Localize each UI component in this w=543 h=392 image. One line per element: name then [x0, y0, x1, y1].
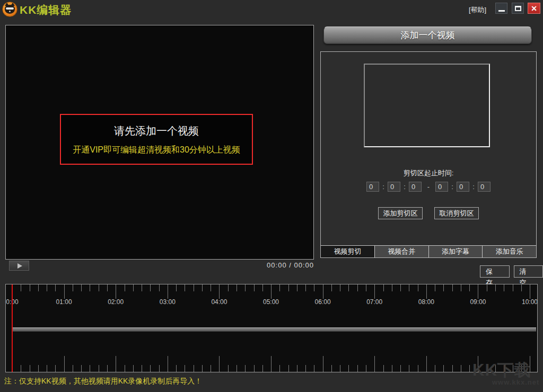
- save-clear-row: 保 存 清 空: [480, 265, 543, 278]
- timeline-tick: [47, 365, 47, 372]
- logo-ear-icon: [5, 3, 9, 6]
- timeline-tick: [331, 365, 332, 372]
- watermark-url: www.kkx.net: [492, 378, 539, 386]
- timeline-tick: [194, 365, 194, 372]
- cut-range-label: 剪切区起止时间:: [321, 168, 536, 178]
- timeline-tick: [81, 365, 82, 372]
- timeline-tick: [323, 356, 323, 372]
- timeline-tick: [99, 365, 99, 372]
- help-link[interactable]: [帮助]: [469, 5, 486, 15]
- time-separator: :: [448, 183, 457, 191]
- maximize-button[interactable]: [512, 3, 524, 14]
- timeline-tick: [452, 365, 453, 372]
- clip-thumbnail-box: [364, 64, 490, 147]
- time-separator: :: [469, 183, 478, 191]
- time-inputs-row: ::-::: [321, 182, 536, 192]
- timeline-tick: [426, 356, 427, 372]
- timeline-tick: [219, 356, 220, 372]
- empty-message-box: 请先添加一个视频 开通VIP即可编辑超清视频和30分钟以上视频: [60, 114, 253, 165]
- message-line2-vip: 开通VIP即可编辑超清视频和30分钟以上视频: [61, 145, 252, 156]
- message-line1: 请先添加一个视频: [61, 124, 252, 138]
- time-input-0[interactable]: [366, 182, 379, 192]
- timeline-tick: [348, 365, 349, 372]
- playhead[interactable]: [12, 284, 13, 372]
- timeline-tick: [150, 365, 151, 372]
- timeline-tick: [254, 365, 255, 372]
- add-video-button[interactable]: 添加一个视频: [323, 26, 532, 44]
- timeline-tick: [374, 356, 375, 372]
- timeline-tick: [21, 365, 21, 372]
- save-button[interactable]: 保 存: [480, 265, 510, 278]
- tab-video-cut[interactable]: 视频剪切: [321, 246, 374, 257]
- timeline-tick: [211, 365, 211, 372]
- timeline-tick: [461, 365, 461, 372]
- timeline-tick: [357, 365, 358, 372]
- timeline-tick: [443, 365, 444, 372]
- timeline-tick: [159, 365, 160, 372]
- play-icon: [17, 263, 22, 269]
- timeline-tick: [288, 365, 289, 372]
- timeline-tick: [469, 365, 470, 372]
- time-input-2[interactable]: [409, 182, 422, 192]
- footer-note: 注：仅支持KK视频，其他视频请用KK录像机录制后再导入！: [4, 377, 202, 386]
- timeline-tick: [125, 365, 125, 372]
- time-input-5[interactable]: [478, 182, 491, 192]
- timeline-tick: [340, 365, 340, 372]
- time-separator: :: [400, 183, 409, 191]
- timeline-tick: [400, 365, 401, 372]
- timeline-tick: [38, 365, 39, 372]
- timeline-tick: [314, 365, 314, 372]
- add-cut-region-button[interactable]: 添加剪切区: [378, 207, 423, 219]
- timeline-tick: [297, 365, 297, 372]
- minimize-button[interactable]: [495, 3, 507, 14]
- timeline-tick: [271, 356, 272, 372]
- edit-panel: 剪切区起止时间: ::-:: 添加剪切区 取消剪切区 视频剪切 视频合并 添加字…: [320, 51, 537, 258]
- app-title: KK编辑器: [20, 3, 72, 17]
- time-separator: -: [422, 183, 435, 191]
- timeline-tick: [305, 365, 306, 372]
- timeline-tick: [90, 365, 90, 372]
- timeline-tick: [435, 365, 435, 372]
- minimize-icon: [498, 10, 505, 12]
- timeline-tick: [228, 365, 229, 372]
- timeline-tick: [202, 365, 203, 372]
- logo-mouth: [9, 11, 11, 12]
- timeline-tick: [107, 365, 108, 372]
- timeline-tick: [142, 365, 142, 372]
- video-preview-area: 请先添加一个视频 开通VIP即可编辑超清视频和30分钟以上视频: [5, 25, 314, 260]
- timeline-tick: [383, 365, 384, 372]
- close-icon: ✕: [531, 5, 537, 12]
- timeline-tick: [30, 365, 30, 372]
- logo-cat-face: [5, 5, 15, 14]
- timeline-tick: [418, 365, 418, 372]
- timeline-tick: [392, 365, 392, 372]
- timeline[interactable]: 0:0001:0002:0003:0004:0005:0006:0007:000…: [5, 284, 538, 372]
- timeline-tick: [73, 365, 73, 372]
- play-button[interactable]: [9, 261, 29, 271]
- timeline-tick: [64, 356, 65, 372]
- title-bar: KK编辑器 [帮助] ✕: [0, 0, 543, 19]
- timeline-tick: [245, 365, 246, 372]
- logo-glasses: [6, 7, 14, 10]
- timeline-tick: [133, 365, 134, 372]
- app-window: KK编辑器 [帮助] ✕ 请先添加一个视频 开通VIP即可编辑超清视频和30分钟…: [0, 0, 543, 392]
- timeline-tick: [279, 365, 280, 372]
- timeline-tick: [168, 356, 168, 372]
- time-input-4[interactable]: [457, 182, 469, 192]
- tab-add-subtitle[interactable]: 添加字幕: [428, 246, 483, 257]
- close-button[interactable]: ✕: [528, 3, 540, 14]
- timeline-tick: [185, 365, 185, 372]
- cancel-cut-region-button[interactable]: 取消剪切区: [434, 207, 479, 219]
- timeline-tick: [55, 365, 56, 372]
- timeline-tick: [176, 365, 177, 372]
- time-input-1[interactable]: [388, 182, 400, 192]
- maximize-icon: [515, 6, 521, 11]
- tab-video-merge[interactable]: 视频合并: [374, 246, 428, 257]
- timeline-tick: [237, 365, 237, 372]
- timeline-tick: [116, 356, 116, 372]
- app-logo-icon: [2, 2, 17, 17]
- tab-add-music[interactable]: 添加音乐: [482, 246, 536, 257]
- logo-ear-icon: [11, 3, 15, 6]
- time-input-3[interactable]: [435, 182, 448, 192]
- clear-button[interactable]: 清 空: [514, 265, 543, 278]
